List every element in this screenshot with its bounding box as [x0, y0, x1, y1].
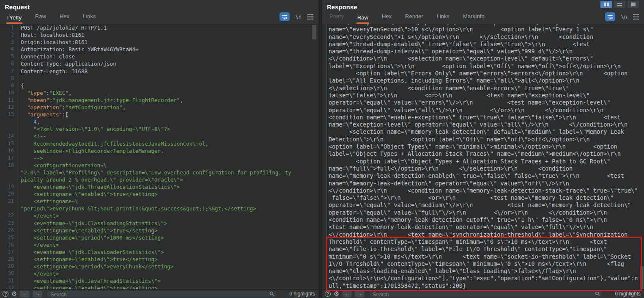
code-line: 3Origin:localhost:8161 — [0, 39, 318, 46]
tab-response-links[interactable]: Links — [436, 13, 450, 24]
response-searchbar: ? ⚙ ← → 0 highlights — [322, 289, 644, 298]
response-line: <\/selection>\r\n <condition name=\"enab… — [329, 85, 644, 92]
help-icon[interactable]: ? — [3, 291, 8, 297]
tab-request-hex[interactable]: Hex — [59, 13, 70, 24]
word-wrap-toggle[interactable] — [280, 12, 290, 21]
tab-response-markinfo[interactable]: MarkInfo — [462, 13, 485, 24]
code-line: 6Content-Type: application/json — [0, 60, 318, 67]
response-line: I\/O Threshold\" contentType=\"timespan\… — [329, 260, 644, 268]
tab-response-render[interactable]: Render — [404, 13, 424, 24]
next-match-button[interactable]: → — [355, 290, 364, 298]
response-line: <\/control>\r\n<\/configuration>"],"type… — [329, 275, 644, 282]
code-line: 18 <configurationversion=\ — [0, 162, 318, 169]
response-line: Threshold\" contentType=\"timespan\" min… — [329, 238, 644, 246]
layout-columns-button[interactable] — [600, 1, 612, 8]
response-line: label=\"Exceptions\">\r\n <option label=… — [329, 63, 644, 70]
code-line: pically around 2 % overhead.\" provider=… — [0, 176, 318, 183]
word-wrap-icon — [282, 14, 288, 19]
response-line: <\/condition>\r\n <text name=\"synchroni… — [329, 231, 644, 238]
response-editor[interactable]: name=\"everyMinute\">1 m<\/option>\r\n <… — [322, 24, 644, 289]
code-line: 27 <eventname=\"jdk.ClassLoaderStatistic… — [0, 248, 318, 256]
response-line: name=\"exception-level\" operator=\"equa… — [329, 121, 644, 128]
code-line: 32 <settingname=\"enabled\">true</settin… — [0, 284, 318, 289]
response-line: name=\"everySecond\">1 s<\/option>\r\n <… — [329, 33, 644, 41]
response-line: ull,"timestamp":1701358472,"status":200} — [329, 282, 644, 289]
response-line: name=\"memory-leak-detection-enabled\" t… — [329, 172, 644, 179]
code-line: 23 <eventname=\"jdk.ClassLoadingStatisti… — [0, 220, 318, 227]
code-line: 29 <settingname=\"period\">everyChunk</s… — [0, 263, 318, 270]
code-line: 31 <eventname=\"jdk.JavaThreadStatistics… — [0, 277, 318, 284]
response-scrollbar[interactable] — [640, 266, 644, 289]
code-line: 22 </event> — [0, 212, 318, 219]
layout-single-button[interactable] — [628, 1, 639, 8]
response-line: <option label=\"Object Types + Allocatio… — [329, 158, 644, 165]
code-line: 4, — [0, 118, 318, 125]
code-line: 8 — [0, 75, 318, 82]
settings-gear-icon[interactable]: ⚙ — [334, 291, 339, 297]
response-line: false=\"false\">\r\n <or>\r\n <test name… — [329, 92, 644, 99]
request-tabs: Pretty Raw Hex Links \n — [0, 12, 318, 24]
prev-match-button[interactable]: ← — [342, 290, 352, 298]
code-line: 12 "operation":"setConfiguration", — [0, 104, 318, 111]
response-line: name=\"full\">full<\/option>\r\n <\/sele… — [329, 165, 644, 172]
word-wrap-icon — [607, 14, 613, 19]
code-line: 24 <settingname=\"enabled\">true</settin… — [0, 227, 318, 234]
word-wrap-toggle[interactable] — [605, 12, 615, 21]
tab-request-raw[interactable]: Raw — [34, 13, 47, 24]
response-line: operator=\"equal\" value=\"medium\"\/>\r… — [329, 201, 644, 209]
code-line: "<?xml version=\"1.0\" encoding=\"UTF-8\… — [0, 125, 318, 132]
help-icon[interactable]: ? — [325, 291, 331, 297]
request-search-input[interactable] — [47, 291, 277, 298]
request-scrollbar[interactable] — [312, 25, 316, 39]
response-line: operator=\"equal\" value=\"errors\"\/>\r… — [329, 99, 644, 106]
response-line: <\/condition>\r\n <selection name=\"exce… — [329, 55, 644, 62]
tab-response-hex[interactable]: Hex — [381, 13, 392, 24]
code-line: 1POST /api/jolokia/ HTTP/1.1 — [0, 24, 318, 31]
response-tab-icons: \n — [605, 12, 639, 24]
response-line: label=\"Object Types + Allocation Stack … — [329, 150, 644, 157]
response-line: false=\"false\">\r\n <or>\r\n <test name… — [329, 194, 644, 201]
tab-request-links[interactable]: Links — [82, 13, 96, 24]
code-line: 21 <settingname=\ — [0, 198, 318, 205]
code-line: 5Connection: close — [0, 53, 318, 60]
response-line: <test name=\"memory-leak-detection\" ope… — [329, 224, 644, 231]
code-line: 28 <settingname=\"enabled\">true</settin… — [0, 256, 318, 263]
response-menu-icon[interactable] — [633, 14, 639, 19]
request-searchbar: ? ⚙ ← → 0 highlights — [0, 289, 318, 298]
tab-response-raw[interactable]: Raw — [356, 14, 369, 24]
code-line: 17 --> — [0, 155, 318, 162]
settings-gear-icon[interactable]: ⚙ — [11, 291, 17, 297]
show-newlines-toggle[interactable]: \n — [296, 14, 301, 20]
show-newlines-toggle[interactable]: \n — [621, 14, 627, 20]
response-line: minimum=\"0 s\">10 ms<\/text>\r\n <text … — [329, 253, 644, 260]
response-line: label=\"All Exceptions, including Errors… — [329, 77, 644, 84]
code-line: 14 <!-- — [0, 132, 318, 140]
code-line: 4Authorization: Basic YWRtaW46YWRtaW4= — [0, 46, 318, 53]
code-line: "2.0\" label=\"Profiling\" description=\… — [0, 169, 318, 176]
request-editor[interactable]: 1POST /api/jolokia/ HTTP/1.12Host: local… — [0, 24, 318, 289]
code-line: 30 </event> — [0, 270, 318, 277]
response-line: Detection\">\r\n <option label=\"Off\" n… — [329, 136, 644, 143]
response-tabs: Pretty Raw Hex Render Links MarkInfo \n — [322, 12, 644, 24]
layout-rows-button[interactable] — [614, 1, 625, 8]
response-body-lines: name=\"everyMinute\">1 m<\/option>\r\n <… — [329, 24, 644, 289]
tab-request-pretty[interactable]: Pretty — [6, 14, 22, 24]
prev-match-button[interactable]: ← — [20, 290, 30, 298]
response-line: name=\"memory-leak-detection\" operator=… — [329, 180, 644, 187]
search-icon — [269, 291, 274, 296]
response-panel: Response Pretty Raw Hex Render Links Mar… — [322, 0, 644, 298]
next-match-button[interactable]: → — [33, 290, 42, 298]
code-line: 9{ — [0, 82, 318, 89]
response-line: <condition name=\"enable-exceptions\" tr… — [329, 114, 644, 121]
request-code-lines: 1POST /api/jolokia/ HTTP/1.12Host: local… — [0, 24, 318, 289]
search-icon — [595, 291, 600, 296]
response-search-input[interactable] — [369, 291, 602, 298]
tab-response-pretty[interactable]: Pretty — [329, 13, 345, 24]
code-line: 19 <eventname=\"jdk.ThreadAllocationStat… — [0, 183, 318, 190]
response-line: <condition name=\"memory-leak-detection-… — [329, 216, 644, 224]
code-line: 10 "type":"EXEC", — [0, 89, 318, 97]
request-menu-icon[interactable] — [307, 14, 313, 19]
response-line: operator=\"equal\" value=\"full\"\/>\r\n… — [329, 209, 644, 216]
code-line: 7Content-Length: 31688 — [0, 68, 318, 75]
response-line: <\/condition>\r\n <condition name=\"memo… — [329, 187, 644, 194]
